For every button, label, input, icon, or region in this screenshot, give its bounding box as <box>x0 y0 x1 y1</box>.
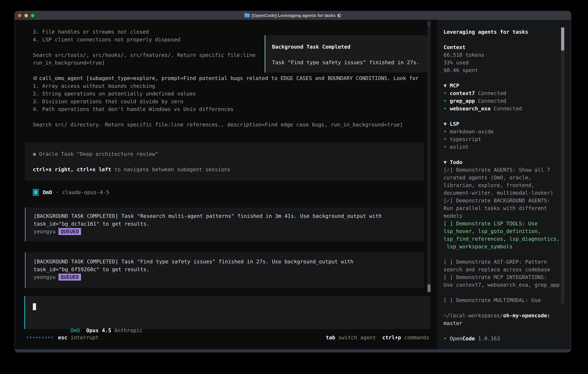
agent-icon <box>33 189 39 196</box>
text-line: Use context7, websearch_exa, grep_app <box>443 281 559 289</box>
text-line: 2. String operations on potentially unde… <box>33 90 419 98</box>
close-button[interactable] <box>18 14 21 17</box>
text-line: • websearch_exa Connected <box>443 105 559 112</box>
text-line: curated agents (OmO, oracle, <box>443 174 559 181</box>
esc-hint: esc interrupt <box>58 334 99 341</box>
text-line: [ ] Demonstrate LSP TOOLS: Use <box>443 220 559 227</box>
sidebar: Leveraging agents for tasks Context66,51… <box>437 20 571 350</box>
message-author: yeongyu <box>33 228 56 235</box>
text-line: Context <box>443 43 559 51</box>
text-line: [✓] Demonstrate AGENTS: Show all 7 <box>443 166 559 174</box>
text-line <box>443 289 559 296</box>
text-line <box>443 327 559 335</box>
text-line: Leveraging agents for tasks <box>443 28 559 36</box>
agent-model: claude-opus-4-5 <box>62 189 109 195</box>
zoom-button[interactable] <box>31 14 34 17</box>
text-line: 1. Array access without bounds checking <box>33 82 419 90</box>
text-line: • OpenCode 1.0.163 <box>443 335 559 342</box>
chat-scrollbar-top-thumb[interactable] <box>427 21 430 26</box>
text-line <box>443 250 559 258</box>
text-line: • context7 Connected <box>443 89 559 97</box>
half-circle-icon <box>337 14 341 17</box>
text-line: ▼ MCP <box>443 82 559 89</box>
text-line: task_id="bg_6f59260c" to get results. <box>33 266 424 273</box>
text-line: search and replace across codebase <box>443 266 559 273</box>
text-line: 66,518 tokens <box>443 51 559 59</box>
separator-dot: · <box>56 189 59 195</box>
text-line <box>443 74 559 82</box>
text-line <box>443 112 559 120</box>
text-line <box>443 151 559 158</box>
text-line: • eslint <box>443 143 559 151</box>
text-line: task_id="bg_dcfac161" to get results. <box>33 220 424 228</box>
text-line: • markdown-oxide <box>443 128 559 135</box>
background-task-message: [BACKGROUND TASK COMPLETED] Task "Resear… <box>25 208 424 241</box>
text-line: librarian, explore, frontend, <box>443 181 559 189</box>
text-line: ⚙ call_omo_agent [subagent_type=explore,… <box>33 74 419 82</box>
text-line <box>443 36 559 43</box>
key-hints: tab switch agent ctrl+p commands <box>326 334 429 341</box>
text-line: ◉ Oracle Task "Deep architecture review" <box>33 150 424 158</box>
text-line: 4. Path operations that don't handle Win… <box>33 105 419 113</box>
text-line: 3. File handles or streams not closed <box>33 28 419 36</box>
sidebar-info: Leveraging agents for tasks Context66,51… <box>443 28 559 342</box>
text-line: [BACKGROUND TASK COMPLETED] Task "Resear… <box>33 212 424 220</box>
text-line <box>33 113 419 121</box>
text-line: lsp_hover, lsp_goto_definition, <box>443 227 559 235</box>
sidebar-scrollbar[interactable] <box>561 28 564 303</box>
text-line: Run parallel tasks with different <box>443 204 559 212</box>
background-task-message: [BACKGROUND TASK COMPLETED] Task "Find t… <box>25 252 424 288</box>
window-content: 3. File handles or streams not closed4. … <box>15 20 571 350</box>
text-line: Search src/ directory. Return specific f… <box>33 121 419 129</box>
window-bottom-strip <box>15 349 571 352</box>
input-model-name: Opus 4.5 <box>86 327 111 333</box>
desktop-background: [OpenCode] Leveraging agents for tasks 3… <box>0 0 588 374</box>
message-body: [BACKGROUND TASK COMPLETED] Task "Resear… <box>33 212 424 228</box>
text-line <box>33 158 424 166</box>
text-line: [ ] Demonstrate MULTIMODAL: Use <box>443 296 559 304</box>
text-line: models <box>443 212 559 220</box>
oracle-task-box: ◉ Oracle Task "Deep architecture review"… <box>25 143 424 181</box>
window-title: [OpenCode] Leveraging agents for tasks <box>244 13 341 18</box>
text-line: 33% used <box>443 59 559 66</box>
status-badge: QUEUED <box>58 274 81 280</box>
agent-session-header: OmO · claude-opus-4-5 <box>33 188 109 196</box>
text-line: [ ] Demonstrate AST-GREP: Pattern <box>443 258 559 266</box>
input-agent-name: OmO <box>71 327 80 333</box>
spinner-dots <box>27 337 52 338</box>
chat-panel: 3. File handles or streams not closed4. … <box>15 20 437 350</box>
prompt-input[interactable]: OmO Opus 4.5 Anthropic <box>24 296 430 329</box>
notification-title: Background Task Completed <box>272 43 429 51</box>
text-line: ~/local-workspaces/oh-my-opencode: <box>443 312 559 319</box>
text-line: $0.46 spent <box>443 66 559 74</box>
window-title-text: [OpenCode] Leveraging agents for tasks <box>252 13 335 18</box>
window-titlebar: [OpenCode] Leveraging agents for tasks <box>15 11 571 20</box>
text-line: [✓] Demonstrate BACKGROUND AGENTS: <box>443 197 559 204</box>
traffic-lights <box>18 11 34 20</box>
text-line: [BACKGROUND TASK COMPLETED] Task "Find t… <box>33 258 424 266</box>
text-line <box>443 304 559 312</box>
minimize-button[interactable] <box>24 14 28 17</box>
text-cursor <box>33 303 36 310</box>
chat-scrollbar[interactable] <box>427 21 430 293</box>
notification-toast: Background Task Completed Task "Find typ… <box>265 35 430 73</box>
terminal-window: [OpenCode] Leveraging agents for tasks 3… <box>14 11 571 353</box>
text-line: lsp_find_references, lsp_diagnostics, <box>443 235 559 243</box>
text-line: document-writer, multimodal-looker) <box>443 189 559 197</box>
agent-name: OmO <box>43 189 52 195</box>
chat-scrollbar-thumb[interactable] <box>427 284 430 292</box>
sidebar-scrollbar-thumb[interactable] <box>561 28 564 51</box>
notification-message: Task "Find type safety issues" finished … <box>272 59 429 66</box>
text-line: ▼ LSP <box>443 120 559 128</box>
message-author: yeongyu <box>33 273 56 281</box>
text-line: master <box>443 319 559 327</box>
text-line: • grep_app Connected <box>443 97 559 105</box>
model-row: OmO Opus 4.5 Anthropic <box>33 319 143 327</box>
folder-icon <box>244 14 250 18</box>
text-line: • typescript <box>443 135 559 143</box>
text-line: ▼ Todo <box>443 158 559 166</box>
status-bar: esc interrupt tab switch agent ctrl+p co… <box>15 334 429 341</box>
text-line: 3. Division operations that could divide… <box>33 98 419 105</box>
status-badge: QUEUED <box>58 228 81 235</box>
text-line: lsp_workspace_symbols <box>443 243 559 250</box>
